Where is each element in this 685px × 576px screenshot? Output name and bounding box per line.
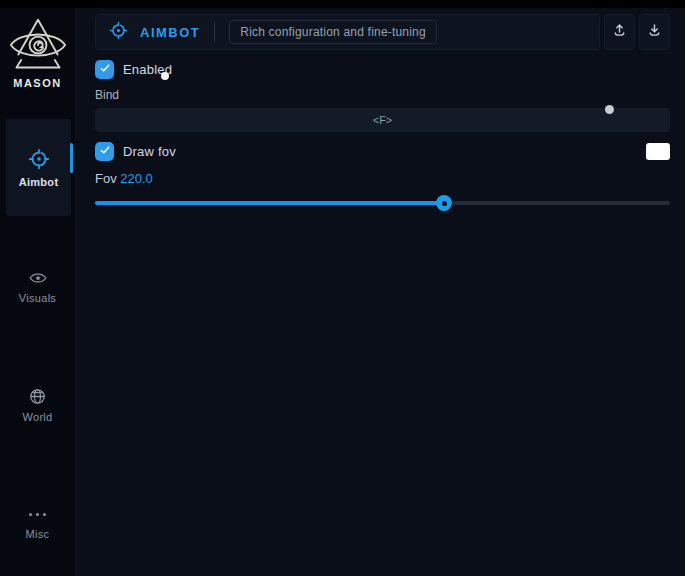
- sidebar-item-label: Misc: [26, 528, 50, 540]
- bind-value: <F>: [373, 114, 393, 126]
- upload-config-button[interactable]: [604, 14, 635, 50]
- check-icon: [99, 142, 111, 160]
- fov-slider-fill: [95, 201, 444, 205]
- eye-icon: [29, 270, 47, 286]
- page-header: AIMBOT Rich configuration and fine-tunin…: [95, 14, 670, 50]
- cursor-dot: [161, 72, 169, 80]
- sidebar: MASON Aimbot Visuals: [0, 8, 75, 576]
- bind-input[interactable]: <F>: [95, 108, 670, 132]
- fov-slider-handle[interactable]: [436, 195, 452, 211]
- crosshair-icon: [109, 21, 128, 44]
- sidebar-item-label: Visuals: [19, 292, 56, 304]
- download-config-button[interactable]: [639, 14, 670, 50]
- active-indicator: [70, 143, 73, 173]
- draw-fov-label: Draw fov: [123, 144, 176, 159]
- ellipsis-icon: [29, 506, 46, 522]
- enabled-checkbox[interactable]: [95, 60, 114, 79]
- sidebar-item-label: Aimbot: [19, 176, 59, 188]
- app-window: MASON Aimbot Visuals: [0, 0, 685, 576]
- draw-fov-row: Draw fov: [95, 141, 670, 161]
- check-icon: [99, 60, 111, 78]
- header-bar: AIMBOT Rich configuration and fine-tunin…: [95, 14, 600, 50]
- logo-text: MASON: [13, 77, 61, 89]
- page-title: AIMBOT: [140, 25, 200, 40]
- main-panel: AIMBOT Rich configuration and fine-tunin…: [75, 8, 685, 576]
- fov-color-swatch[interactable]: [646, 143, 670, 160]
- page-subtitle: Rich configuration and fine-tuning: [229, 20, 437, 44]
- cursor-dot: [605, 105, 614, 114]
- fov-slider[interactable]: [95, 195, 670, 211]
- fov-label-text: Fov: [95, 171, 117, 186]
- sidebar-item-misc[interactable]: Misc: [0, 497, 75, 549]
- draw-fov-checkbox[interactable]: [95, 142, 114, 161]
- mason-eye-pyramid-icon: [8, 17, 68, 75]
- globe-icon: [29, 388, 46, 405]
- bind-label: Bind: [95, 88, 670, 102]
- sidebar-item-aimbot[interactable]: Aimbot: [6, 119, 71, 216]
- header-divider: [214, 22, 215, 42]
- sidebar-item-world[interactable]: World: [0, 379, 75, 431]
- sidebar-item-visuals[interactable]: Visuals: [0, 261, 75, 313]
- fov-value: 220.0: [120, 171, 153, 186]
- fov-label: Fov 220.0: [95, 171, 670, 186]
- download-icon: [646, 22, 663, 43]
- sidebar-item-label: World: [22, 411, 52, 423]
- enabled-row: Enabled: [95, 59, 670, 79]
- app-logo: MASON: [0, 8, 75, 96]
- crosshair-icon: [28, 148, 50, 170]
- upload-icon: [611, 22, 628, 43]
